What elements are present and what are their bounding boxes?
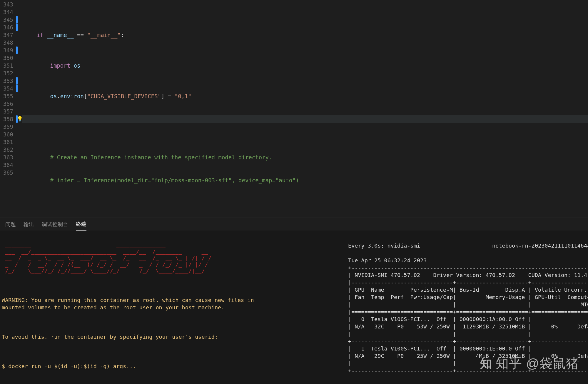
line-number: 365	[0, 169, 16, 176]
panel-tab-bar: 问题 输出 调试控制台 终端	[0, 218, 588, 231]
line-number: 357	[0, 108, 16, 115]
smi-date: Tue Apr 25 06:32:24 2023	[348, 257, 427, 263]
modified-line-bar	[16, 77, 18, 85]
current-line-highlight	[22, 115, 588, 123]
modified-line-bar	[16, 24, 18, 31]
tensorflow-ascii-logo: ________ _______________ ___ __/________…	[2, 242, 341, 274]
line-number: 358	[0, 115, 16, 123]
line-number: 352	[0, 69, 16, 77]
line-number-gutter: 3433443453463473483493503513523533543553…	[0, 0, 16, 218]
line-number: 359	[0, 123, 16, 131]
modified-line-bar	[16, 85, 18, 92]
line-number: 362	[0, 146, 16, 153]
line-number: 350	[0, 54, 16, 62]
line-number: 344	[0, 8, 16, 16]
zhihu-logo-icon: 知	[480, 355, 492, 372]
line-number: 361	[0, 138, 16, 146]
tab-output[interactable]: 输出	[24, 218, 34, 230]
line-number: 343	[0, 1, 16, 8]
watch-header: Every 3.0s: nvidia-smi notebook-rn-20230…	[348, 243, 588, 249]
line-number: 348	[0, 39, 16, 46]
modified-line-bar	[16, 16, 18, 24]
modified-line-bar	[16, 46, 18, 54]
warning-label: WARNING:	[2, 297, 28, 303]
line-number: 354	[0, 85, 16, 92]
line-number: 355	[0, 92, 16, 100]
line-number: 347	[0, 31, 16, 39]
line-number: 345	[0, 16, 16, 24]
editor-marks-column: 💡	[16, 0, 23, 218]
line-number: 349	[0, 46, 16, 54]
tab-problems[interactable]: 问题	[5, 218, 16, 230]
lightbulb-icon[interactable]: 💡	[17, 116, 22, 121]
line-number: 364	[0, 161, 16, 169]
line-number: 363	[0, 153, 16, 161]
watermark: 知 知乎 @袋鼠猪	[480, 355, 579, 372]
tab-debug-console[interactable]: 调试控制台	[42, 218, 68, 230]
warning-text: You are running this container as root, …	[2, 297, 254, 310]
code-content[interactable]: if __name__ == "__main__": import os os.…	[23, 0, 588, 218]
docker-example: $ docker run -u $(id -u):$(id -g) args..…	[2, 363, 136, 369]
line-number: 360	[0, 131, 16, 138]
tab-terminal[interactable]: 终端	[76, 218, 86, 231]
line-number: 356	[0, 100, 16, 108]
warning-advice: To avoid this, run the container by spec…	[2, 334, 218, 340]
line-number: 351	[0, 62, 16, 69]
line-number: 346	[0, 24, 16, 31]
terminal-left-pane[interactable]: ________ _______________ ___ __/________…	[0, 231, 344, 384]
code-editor[interactable]: 3433443453463473483493503513523533543553…	[0, 0, 588, 218]
line-number: 353	[0, 77, 16, 85]
